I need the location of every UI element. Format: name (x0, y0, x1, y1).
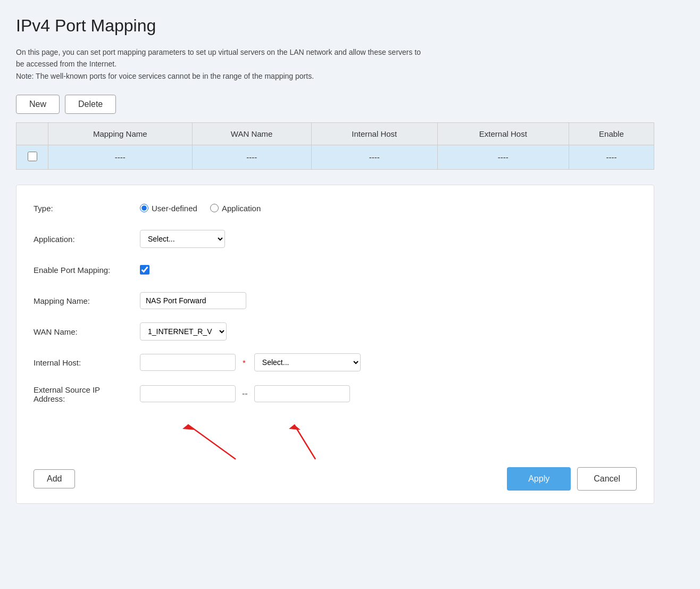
form-section: Type: User-defined Application Applicati… (16, 185, 654, 504)
new-button[interactable]: New (16, 95, 60, 114)
svg-line-0 (188, 425, 236, 459)
row-external-host: ---- (437, 145, 569, 170)
arrows-area (34, 414, 637, 462)
row-internal-host: ---- (311, 145, 437, 170)
add-button[interactable]: Add (34, 469, 75, 488)
external-source-control: -- (140, 385, 637, 402)
table-row[interactable]: ---- ---- ---- ---- ---- (16, 145, 654, 170)
arrows-svg (34, 414, 637, 462)
internal-host-input[interactable] (140, 354, 236, 371)
type-user-defined-label: User-defined (152, 204, 197, 213)
table-body: ---- ---- ---- ---- ---- (16, 145, 654, 170)
type-user-defined-radio[interactable] (140, 204, 148, 212)
type-application-option[interactable]: Application (210, 204, 261, 213)
col-checkbox (16, 123, 48, 145)
row-checkbox[interactable] (28, 152, 37, 161)
internal-host-select[interactable]: Select... (254, 353, 361, 371)
svg-marker-3 (289, 425, 301, 430)
type-control: User-defined Application (140, 204, 637, 213)
page-container: IPv4 Port Mapping On this page, you can … (16, 16, 654, 504)
internal-host-label: Internal Host: (34, 358, 140, 367)
wan-name-row: WAN Name: 1_INTERNET_R_V (34, 321, 637, 342)
ip-range-dash: -- (242, 389, 248, 399)
wan-name-select[interactable]: 1_INTERNET_R_V (140, 322, 227, 341)
delete-button[interactable]: Delete (65, 95, 116, 114)
apply-button[interactable]: Apply (507, 467, 571, 491)
svg-line-2 (294, 425, 315, 459)
type-application-radio[interactable] (210, 204, 219, 212)
page-description: On this page, you can set port mapping p… (16, 46, 654, 82)
application-row: Application: Select... 0 Application (34, 229, 637, 249)
toolbar: New Delete (16, 95, 654, 114)
col-enable: Enable (569, 123, 654, 145)
col-mapping-name: Mapping Name (48, 123, 193, 145)
enable-checkbox[interactable] (140, 265, 149, 275)
internal-host-control: * Select... (140, 353, 637, 371)
row-wan-name: ---- (192, 145, 311, 170)
application-control: Select... 0 Application (140, 230, 637, 248)
external-source-label: External Source IP Address: (34, 385, 140, 403)
enable-label: Enable Port Mapping: (34, 266, 140, 275)
wan-name-label: WAN Name: (34, 327, 140, 336)
external-source-end-input[interactable] (254, 385, 350, 402)
row-checkbox-cell (16, 145, 48, 170)
application-select[interactable]: Select... 0 Application (140, 230, 225, 248)
application-label: Application: (34, 235, 140, 244)
mapping-name-label: Mapping Name: (34, 296, 140, 305)
cancel-button[interactable]: Cancel (577, 467, 637, 491)
col-external-host: External Host (437, 123, 569, 145)
mapping-name-control (140, 292, 637, 309)
mapping-name-row: Mapping Name: (34, 291, 637, 311)
enable-row: Enable Port Mapping: (34, 260, 637, 280)
external-source-start-input[interactable] (140, 385, 236, 402)
type-user-defined-option[interactable]: User-defined (140, 204, 197, 213)
footer-buttons: Apply Cancel (507, 467, 637, 491)
type-row: Type: User-defined Application (34, 198, 637, 218)
mapping-name-input[interactable] (140, 292, 246, 309)
footer-row: Add Apply Cancel (34, 467, 637, 491)
col-wan-name: WAN Name (192, 123, 311, 145)
wan-name-control: 1_INTERNET_R_V (140, 322, 637, 341)
row-enable: ---- (569, 145, 654, 170)
col-internal-host: Internal Host (311, 123, 437, 145)
enable-control (140, 265, 637, 275)
internal-host-row: Internal Host: * Select... (34, 352, 637, 372)
table-header: Mapping Name WAN Name Internal Host Exte… (16, 123, 654, 145)
required-star: * (243, 358, 246, 367)
external-source-row: External Source IP Address: -- (34, 383, 637, 403)
type-label: Type: (34, 204, 140, 213)
row-mapping-name: ---- (48, 145, 193, 170)
mapping-table: Mapping Name WAN Name Internal Host Exte… (16, 122, 654, 170)
type-application-label: Application (222, 204, 261, 213)
page-title: IPv4 Port Mapping (16, 16, 654, 36)
